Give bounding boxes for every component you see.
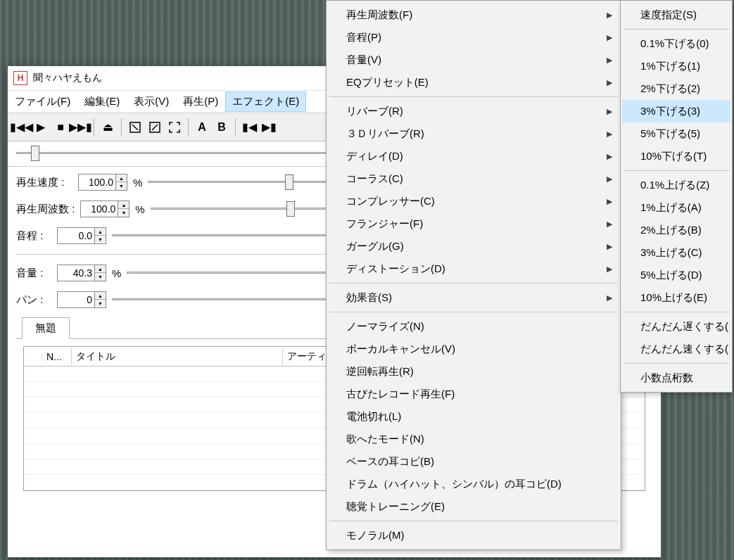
menu-item-label: コンプレッサー(C) [346, 195, 435, 208]
volume-spin-down[interactable]: ▼ [95, 273, 106, 281]
menu-item[interactable]: 10%上げる(E) [622, 286, 730, 309]
menu-item[interactable]: コンプレッサー(C)▶ [328, 190, 619, 212]
menu-separator [624, 170, 729, 171]
pan-spin-down[interactable]: ▼ [95, 300, 106, 307]
menu-item[interactable]: 3%下げる(3) [622, 100, 730, 122]
menu-item[interactable]: ディレイ(D)▶ [328, 145, 619, 167]
play-icon[interactable]: ▶ [32, 118, 50, 136]
menu-item-label: ドラム（ハイハット、シンバル）の耳コピ(D) [346, 478, 562, 491]
menu-item[interactable]: 古びたレコード再生(F) [328, 383, 619, 405]
skip-back-icon[interactable]: ▮◀◀ [12, 118, 30, 136]
menu-item[interactable]: ガーグル(G)▶ [328, 235, 619, 257]
menu-item-label: 2%上げる(B) [640, 224, 702, 237]
menu-item[interactable]: 2%下げる(2) [622, 77, 730, 100]
menu-item[interactable]: 再生周波数(F)▶ [328, 4, 619, 26]
effect-dropdown: 再生周波数(F)▶音程(P)▶音量(V)▶EQプリセット(E)▶リバーブ(R)▶… [326, 0, 621, 550]
menu-item-label: ノーマライズ(N) [346, 320, 424, 333]
fullscreen-icon[interactable] [165, 118, 184, 136]
pan-input[interactable] [58, 292, 94, 307]
menu-item[interactable]: コーラス(C)▶ [328, 167, 619, 190]
speed-spin-down[interactable]: ▼ [116, 182, 127, 190]
menu-item[interactable]: 速度指定(S) [622, 4, 730, 26]
submenu-arrow-icon: ▶ [607, 107, 612, 116]
volume-spin-up[interactable]: ▲ [95, 265, 106, 273]
menu-effect[interactable]: エフェクト(E) [225, 91, 306, 112]
tab-untitled[interactable]: 無題 [22, 317, 70, 339]
menu-item-label: リバーブ(R) [346, 105, 403, 118]
menu-item-label: 2%下げる(2) [640, 82, 700, 96]
freq-spin-down[interactable]: ▼ [118, 209, 129, 217]
letter-b-icon[interactable]: B [213, 118, 231, 136]
pitch-input[interactable] [58, 228, 94, 243]
submenu-arrow-icon: ▶ [607, 11, 612, 20]
menu-item[interactable]: 効果音(S)▶ [328, 286, 619, 309]
menu-item[interactable]: リバーブ(R)▶ [328, 100, 619, 122]
menu-item-label: 音量(V) [346, 53, 381, 67]
stop-icon[interactable]: ■ [51, 118, 70, 136]
menu-item[interactable]: 1%下げる(1) [622, 55, 730, 77]
menu-item[interactable]: 10%下げる(T) [622, 145, 730, 167]
menu-item[interactable]: フランジャー(F)▶ [328, 212, 619, 235]
menu-item[interactable]: 1%上げる(A) [622, 196, 730, 219]
menu-item-label: 0.1%下げる(0) [640, 37, 709, 51]
submenu-arrow-icon: ▶ [607, 197, 612, 206]
marker-next-icon[interactable]: ▶▮ [260, 118, 278, 136]
menu-item[interactable]: 0.1%上げる(Z) [622, 174, 730, 196]
menu-item[interactable]: ３Ｄリバーブ(R)▶ [328, 122, 619, 145]
menu-view[interactable]: 表示(V) [127, 91, 176, 112]
submenu-arrow-icon: ▶ [607, 152, 612, 161]
menu-item[interactable]: ベースの耳コピ(B) [328, 450, 619, 473]
menu-item[interactable]: 0.1%下げる(0) [622, 32, 730, 55]
menu-item[interactable]: 小数点桁数 [622, 367, 730, 389]
menu-edit[interactable]: 編集(E) [77, 91, 127, 112]
pitch-spin-up[interactable]: ▲ [95, 228, 106, 236]
menu-item[interactable]: ノーマライズ(N) [328, 315, 619, 338]
menu-item-label: ディストーション(D) [346, 262, 445, 276]
menu-item[interactable]: 音程(P)▶ [328, 26, 619, 49]
menu-file[interactable]: ファイル(F) [8, 91, 77, 112]
repeat-a-icon[interactable] [126, 118, 144, 136]
menu-item[interactable]: 歌へたモード(N) [328, 428, 619, 450]
menu-item-label: 5%上げる(D) [640, 269, 702, 282]
pitch-spin-down[interactable]: ▼ [95, 236, 106, 243]
col-title[interactable]: タイトル [72, 348, 283, 366]
repeat-b-icon[interactable] [146, 118, 164, 136]
menu-item[interactable]: ディストーション(D)▶ [328, 257, 619, 280]
menu-item[interactable]: 音量(V)▶ [328, 49, 619, 71]
menu-item[interactable]: 5%上げる(D) [622, 264, 730, 286]
menu-item-label: 1%上げる(A) [640, 201, 702, 215]
eject-icon[interactable]: ⏏ [99, 118, 117, 136]
letter-a-icon[interactable]: A [193, 118, 211, 136]
pan-spin-up[interactable]: ▲ [95, 292, 106, 300]
menu-item-label: コーラス(C) [346, 172, 403, 186]
menu-item[interactable]: 電池切れ(L) [328, 405, 619, 428]
menu-item-label: 効果音(S) [346, 291, 392, 305]
volume-input[interactable] [58, 265, 94, 281]
menu-item[interactable]: だんだん速くする( [622, 338, 730, 360]
menu-item-label: 5%下げる(5) [640, 127, 700, 141]
menu-item-label: モノラル(M) [346, 529, 405, 542]
menu-item[interactable]: だんだん遅くする( [622, 315, 730, 338]
col-number[interactable]: N... [42, 348, 72, 365]
volume-unit: % [112, 267, 121, 279]
menu-item[interactable]: 聴覚トレーニング(E) [328, 495, 619, 518]
menu-item[interactable]: EQプリセット(E)▶ [328, 71, 619, 94]
menu-item[interactable]: ボーカルキャンセル(V) [328, 338, 619, 360]
speed-submenu: 速度指定(S)0.1%下げる(0)1%下げる(1)2%下げる(2)3%下げる(3… [620, 0, 733, 393]
pitch-label: 音程 : [16, 229, 51, 243]
speed-input[interactable] [79, 174, 115, 190]
col-blank[interactable] [24, 354, 42, 359]
menu-item[interactable]: 2%上げる(B) [622, 219, 730, 241]
speed-spin-up[interactable]: ▲ [116, 174, 127, 182]
menu-item[interactable]: 逆回転再生(R) [328, 360, 619, 383]
skip-forward-icon[interactable]: ▶▶▮ [71, 118, 89, 136]
submenu-arrow-icon: ▶ [607, 174, 612, 184]
menu-item[interactable]: 3%上げる(C) [622, 241, 730, 264]
menu-item[interactable]: モノラル(M) [328, 524, 619, 547]
freq-input[interactable] [81, 201, 118, 217]
menu-item[interactable]: ドラム（ハイハット、シンバル）の耳コピ(D) [328, 473, 619, 495]
marker-prev-icon[interactable]: ▮◀ [240, 118, 258, 136]
menu-play[interactable]: 再生(P) [176, 91, 225, 112]
menu-item[interactable]: 5%下げる(5) [622, 122, 730, 145]
freq-spin-up[interactable]: ▲ [118, 201, 129, 209]
